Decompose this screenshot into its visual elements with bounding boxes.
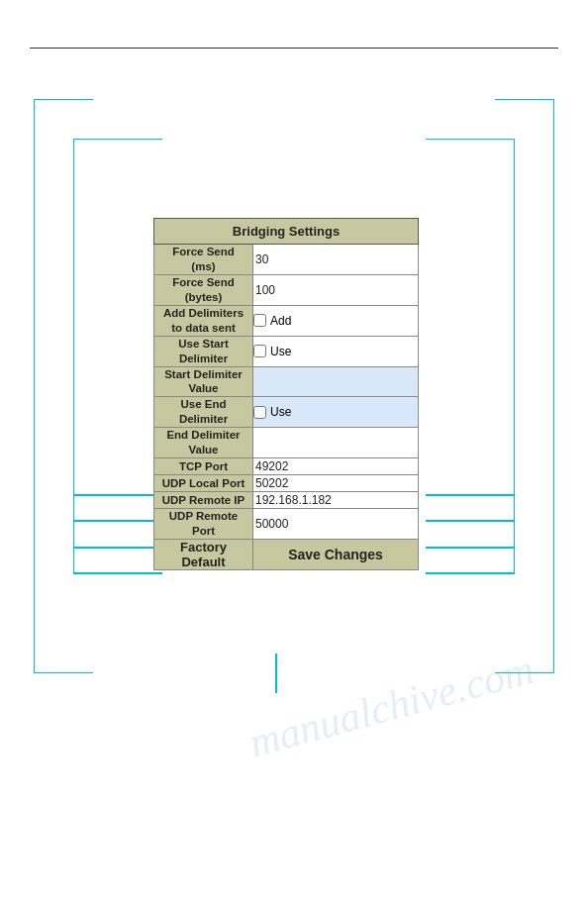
table-row: Use EndDelimiter Use [154,397,419,428]
label-start-delimiter-value: Start DelimiterValue [154,366,253,397]
input-udp-remote-ip[interactable] [253,492,418,508]
checkbox-use-start-delimiter[interactable] [253,345,266,357]
label-use-start-delimiter: Use StartDelimiter [154,336,253,366]
connector-h-left-2 [73,520,162,522]
table-row: Use StartDelimiter Use [154,336,419,366]
input-udp-remote-port[interactable] [253,516,418,532]
label-add-delimiters: Add Delimitersto data sent [154,305,253,336]
connector-h-left-3 [73,547,162,549]
value-udp-remote-ip[interactable] [253,492,419,509]
value-use-start-delimiter[interactable]: Use [253,336,419,366]
input-force-send-bytes[interactable] [253,282,418,298]
table-title: Bridging Settings [154,219,419,245]
connector-left-inner [73,139,162,574]
input-end-delimiter-value[interactable] [253,435,418,451]
table-row: Force Send(bytes) [154,274,419,305]
checkbox-use-end-delimiter[interactable] [253,406,266,419]
bridging-settings-table: Bridging Settings Force Send(ms) Force S… [153,218,419,570]
connector-h-right-3 [426,547,515,549]
table-row: UDP RemotePort [154,509,419,540]
factory-default-button[interactable]: FactoryDefault [154,540,253,570]
label-use-end-delimiter: Use EndDelimiter [154,397,253,428]
input-start-delimiter-value[interactable] [253,373,418,389]
action-row: FactoryDefault Save Changes [154,540,419,570]
value-end-delimiter-value[interactable] [253,428,419,458]
value-add-delimiters[interactable]: Add [253,305,419,336]
input-force-send-ms[interactable] [253,252,418,267]
label-end-delimiter-value: End DelimiterValue [154,428,253,458]
save-changes-button[interactable]: Save Changes [253,540,419,570]
value-udp-remote-port[interactable] [253,509,419,540]
input-udp-local-port[interactable] [253,475,418,491]
settings-table-container: Bridging Settings Force Send(ms) Force S… [153,218,419,570]
table-row: UDP Remote IP [154,492,419,509]
value-use-end-delimiter[interactable]: Use [253,397,419,428]
table-row: End DelimiterValue [154,428,419,458]
connector-h-right-2 [426,520,515,522]
table-row: TCP Port [154,458,419,475]
label-tcp-port: TCP Port [154,458,253,475]
label-force-send-ms: Force Send(ms) [154,245,253,275]
checkbox-use-start-label: Use [270,345,291,358]
table-row: Add Delimitersto data sent Add [154,305,419,336]
value-udp-local-port[interactable] [253,475,419,492]
connector-right-inner [426,139,515,574]
input-tcp-port[interactable] [253,458,418,474]
connector-h-left-4 [73,572,162,574]
label-udp-remote-port: UDP RemotePort [154,509,253,540]
checkbox-add-label: Add [270,314,291,328]
connector-h-right-1 [426,494,515,496]
connector-h-right-4 [426,572,515,574]
table-row: Force Send(ms) [154,245,419,275]
value-force-send-bytes[interactable] [253,274,419,305]
checkbox-add-delimiters[interactable] [253,314,266,327]
value-start-delimiter-value[interactable] [253,366,419,397]
connector-h-left-1 [73,494,162,496]
connector-bottom [275,654,277,693]
checkbox-use-end-label: Use [270,405,291,419]
label-force-send-bytes: Force Send(bytes) [154,274,253,305]
label-udp-local-port: UDP Local Port [154,475,253,492]
table-row: Start DelimiterValue [154,366,419,397]
value-force-send-ms[interactable] [253,245,419,275]
value-tcp-port[interactable] [253,458,419,475]
label-udp-remote-ip: UDP Remote IP [154,492,253,509]
top-divider [30,48,558,49]
table-row: UDP Local Port [154,475,419,492]
